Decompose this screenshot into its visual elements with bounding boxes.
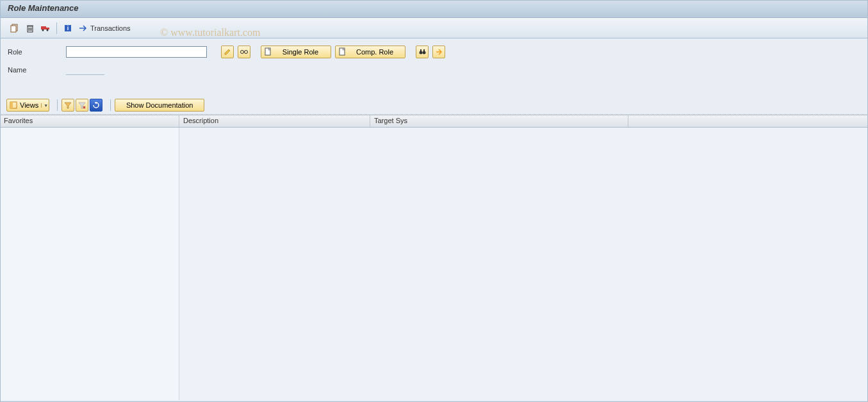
- grid-col-rest: [179, 128, 868, 400]
- truck-icon: [40, 24, 51, 33]
- chevron-down-icon: ▼: [41, 103, 46, 108]
- refresh-icon: [92, 101, 100, 109]
- grid-col-favorites: [0, 128, 179, 400]
- filter-icon: [64, 101, 72, 109]
- svg-rect-7: [41, 26, 46, 29]
- filter-delete-icon: [78, 101, 86, 109]
- expand-icon: [435, 48, 443, 56]
- expand-button[interactable]: [432, 46, 445, 58]
- title-bar: Role Maintenance: [0, 0, 868, 18]
- trash-icon: [26, 24, 35, 33]
- svg-point-18: [419, 51, 422, 54]
- views-label: Views: [20, 101, 38, 109]
- filter-button[interactable]: [61, 99, 74, 112]
- info-button[interactable]: i: [61, 21, 75, 35]
- single-role-label: Single Role: [277, 48, 324, 56]
- edit-button[interactable]: [221, 46, 234, 58]
- lower-toolbar: Views ▼ Show Documentation: [0, 96, 868, 115]
- toolbar-separator: [110, 99, 111, 111]
- refresh-button[interactable]: [90, 99, 102, 112]
- svg-point-10: [47, 29, 49, 31]
- pencil-icon: [224, 48, 231, 56]
- transport-button[interactable]: [38, 21, 53, 35]
- page-title: Role Maintenance: [8, 3, 860, 13]
- main-toolbar: i Transactions: [0, 18, 868, 38]
- filter-delete-button[interactable]: [76, 99, 88, 112]
- svg-point-13: [241, 51, 244, 54]
- display-button[interactable]: [238, 46, 250, 58]
- column-empty: [628, 115, 868, 127]
- delete-button[interactable]: [23, 21, 37, 35]
- form-area: Role Single Role: [0, 38, 868, 83]
- layout-icon: [10, 101, 17, 109]
- role-input[interactable]: [66, 46, 207, 58]
- comp-role-label: Comp. Role: [351, 48, 398, 56]
- svg-rect-21: [423, 49, 425, 51]
- arrow-right-icon: [79, 24, 88, 32]
- transactions-label: Transactions: [90, 24, 131, 32]
- glasses-icon: [240, 49, 249, 55]
- page-icon: [338, 47, 346, 56]
- name-label: Name: [8, 66, 62, 74]
- copy-button[interactable]: [8, 21, 22, 35]
- info-icon: i: [63, 24, 72, 33]
- grid-header: Favorites Description Target Sys: [0, 115, 868, 128]
- copy-icon: [10, 24, 19, 33]
- page-icon: [264, 47, 272, 56]
- svg-text:i: i: [67, 25, 69, 31]
- single-role-button[interactable]: Single Role: [261, 46, 331, 58]
- show-documentation-button[interactable]: Show Documentation: [115, 99, 204, 112]
- svg-point-9: [42, 29, 44, 31]
- role-label: Role: [8, 48, 62, 56]
- show-doc-label: Show Documentation: [126, 101, 193, 109]
- column-description[interactable]: Description: [179, 115, 370, 127]
- svg-rect-1: [11, 26, 16, 32]
- toolbar-separator: [56, 22, 57, 34]
- svg-point-14: [245, 51, 248, 54]
- grid-body: [0, 128, 868, 400]
- search-button[interactable]: [416, 46, 429, 58]
- transactions-button[interactable]: Transactions: [76, 23, 133, 33]
- svg-rect-8: [46, 28, 49, 29]
- comp-role-button[interactable]: Comp. Role: [335, 46, 405, 58]
- name-value: [66, 65, 104, 75]
- svg-rect-23: [10, 102, 13, 108]
- svg-rect-20: [420, 49, 422, 51]
- column-target-sys[interactable]: Target Sys: [370, 115, 628, 127]
- svg-point-19: [422, 51, 425, 54]
- toolbar-separator: [57, 99, 58, 111]
- binoculars-icon: [418, 48, 427, 56]
- column-favorites[interactable]: Favorites: [0, 115, 179, 127]
- views-button[interactable]: Views ▼: [6, 99, 49, 112]
